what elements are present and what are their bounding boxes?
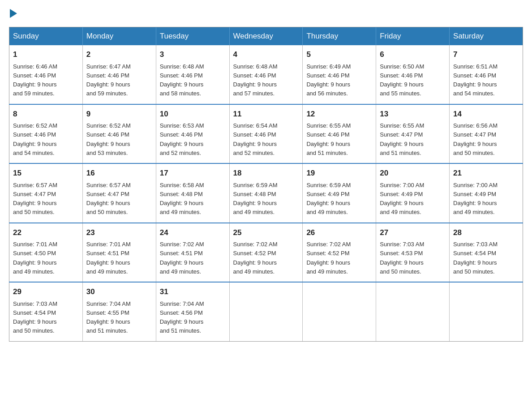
- weekday-header-tuesday: Tuesday: [156, 27, 229, 46]
- calendar-cell: [376, 282, 450, 341]
- day-number: 10: [160, 108, 226, 120]
- calendar-cell: 21Sunrise: 7:00 AMSunset: 4:49 PMDayligh…: [450, 163, 523, 223]
- day-number: 15: [13, 167, 79, 179]
- calendar-cell: 7Sunrise: 6:51 AMSunset: 4:46 PMDaylight…: [450, 45, 523, 104]
- calendar-cell: 30Sunrise: 7:04 AMSunset: 4:55 PMDayligh…: [82, 282, 156, 341]
- calendar-cell: 28Sunrise: 7:03 AMSunset: 4:54 PMDayligh…: [450, 223, 523, 283]
- day-info: Sunrise: 6:56 AMSunset: 4:47 PMDaylight:…: [453, 122, 498, 156]
- day-number: 13: [380, 108, 446, 120]
- calendar-cell: 27Sunrise: 7:03 AMSunset: 4:53 PMDayligh…: [376, 223, 450, 283]
- calendar-cell: [450, 282, 523, 341]
- day-info: Sunrise: 7:04 AMSunset: 4:56 PMDaylight:…: [160, 300, 204, 334]
- calendar-cell: 26Sunrise: 7:02 AMSunset: 4:52 PMDayligh…: [303, 223, 376, 283]
- day-info: Sunrise: 6:48 AMSunset: 4:46 PMDaylight:…: [233, 63, 278, 97]
- calendar-cell: 23Sunrise: 7:01 AMSunset: 4:51 PMDayligh…: [82, 223, 156, 283]
- weekday-header-monday: Monday: [82, 27, 156, 46]
- weekday-header-sunday: Sunday: [9, 27, 83, 46]
- logo-arrow-icon: [10, 9, 17, 18]
- calendar-cell: 5Sunrise: 6:49 AMSunset: 4:46 PMDaylight…: [303, 45, 376, 104]
- calendar-cell: 3Sunrise: 6:48 AMSunset: 4:46 PMDaylight…: [156, 45, 229, 104]
- day-number: 25: [233, 227, 299, 239]
- day-number: 27: [380, 227, 446, 239]
- day-number: 23: [86, 227, 152, 239]
- calendar-cell: 2Sunrise: 6:47 AMSunset: 4:46 PMDaylight…: [82, 45, 156, 104]
- calendar-cell: 15Sunrise: 6:57 AMSunset: 4:47 PMDayligh…: [9, 163, 83, 223]
- day-info: Sunrise: 6:54 AMSunset: 4:46 PMDaylight:…: [233, 122, 278, 156]
- day-number: 5: [306, 49, 372, 60]
- day-info: Sunrise: 6:52 AMSunset: 4:46 PMDaylight:…: [13, 122, 57, 156]
- day-number: 14: [453, 108, 519, 120]
- calendar-cell: 19Sunrise: 6:59 AMSunset: 4:49 PMDayligh…: [303, 163, 376, 223]
- calendar-week-row: 1Sunrise: 6:46 AMSunset: 4:46 PMDaylight…: [9, 45, 523, 104]
- calendar-cell: 14Sunrise: 6:56 AMSunset: 4:47 PMDayligh…: [450, 104, 523, 164]
- day-info: Sunrise: 6:48 AMSunset: 4:46 PMDaylight:…: [160, 63, 204, 97]
- day-number: 7: [453, 49, 519, 60]
- weekday-header-friday: Friday: [376, 27, 450, 46]
- day-info: Sunrise: 6:55 AMSunset: 4:46 PMDaylight:…: [306, 122, 351, 156]
- day-number: 22: [13, 227, 79, 239]
- day-info: Sunrise: 7:02 AMSunset: 4:52 PMDaylight:…: [306, 241, 351, 275]
- page-header: [9, 9, 523, 18]
- day-number: 29: [13, 286, 79, 298]
- calendar-cell: 9Sunrise: 6:52 AMSunset: 4:46 PMDaylight…: [82, 104, 156, 164]
- calendar-week-row: 29Sunrise: 7:03 AMSunset: 4:54 PMDayligh…: [9, 282, 523, 341]
- day-info: Sunrise: 7:03 AMSunset: 4:53 PMDaylight:…: [380, 241, 424, 275]
- calendar-cell: 10Sunrise: 6:53 AMSunset: 4:46 PMDayligh…: [156, 104, 229, 164]
- calendar-week-row: 15Sunrise: 6:57 AMSunset: 4:47 PMDayligh…: [9, 163, 523, 223]
- calendar-cell: 11Sunrise: 6:54 AMSunset: 4:46 PMDayligh…: [229, 104, 303, 164]
- day-info: Sunrise: 7:00 AMSunset: 4:49 PMDaylight:…: [453, 182, 498, 216]
- calendar-table: SundayMondayTuesdayWednesdayThursdayFrid…: [9, 27, 523, 342]
- calendar-cell: 16Sunrise: 6:57 AMSunset: 4:47 PMDayligh…: [82, 163, 156, 223]
- day-number: 8: [13, 108, 79, 120]
- day-number: 18: [233, 167, 299, 179]
- day-info: Sunrise: 6:58 AMSunset: 4:48 PMDaylight:…: [160, 182, 204, 216]
- day-number: 6: [380, 49, 446, 60]
- day-info: Sunrise: 6:55 AMSunset: 4:47 PMDaylight:…: [380, 122, 424, 156]
- day-info: Sunrise: 7:03 AMSunset: 4:54 PMDaylight:…: [13, 300, 57, 334]
- day-number: 21: [453, 167, 519, 179]
- day-info: Sunrise: 7:02 AMSunset: 4:51 PMDaylight:…: [160, 241, 204, 275]
- calendar-cell: 8Sunrise: 6:52 AMSunset: 4:46 PMDaylight…: [9, 104, 83, 164]
- calendar-cell: [229, 282, 303, 341]
- calendar-cell: 31Sunrise: 7:04 AMSunset: 4:56 PMDayligh…: [156, 282, 229, 341]
- day-info: Sunrise: 6:59 AMSunset: 4:49 PMDaylight:…: [306, 182, 351, 216]
- day-info: Sunrise: 7:02 AMSunset: 4:52 PMDaylight:…: [233, 241, 278, 275]
- day-info: Sunrise: 7:04 AMSunset: 4:55 PMDaylight:…: [86, 300, 131, 334]
- day-number: 9: [86, 108, 152, 120]
- calendar-cell: 6Sunrise: 6:50 AMSunset: 4:46 PMDaylight…: [376, 45, 450, 104]
- calendar-cell: 20Sunrise: 7:00 AMSunset: 4:49 PMDayligh…: [376, 163, 450, 223]
- day-info: Sunrise: 6:57 AMSunset: 4:47 PMDaylight:…: [86, 182, 131, 216]
- day-info: Sunrise: 7:01 AMSunset: 4:51 PMDaylight:…: [86, 241, 131, 275]
- weekday-header-saturday: Saturday: [450, 27, 523, 46]
- day-info: Sunrise: 6:50 AMSunset: 4:46 PMDaylight:…: [380, 63, 424, 97]
- day-number: 17: [160, 167, 226, 179]
- calendar-cell: 22Sunrise: 7:01 AMSunset: 4:50 PMDayligh…: [9, 223, 83, 283]
- day-number: 28: [453, 227, 519, 239]
- calendar-cell: 17Sunrise: 6:58 AMSunset: 4:48 PMDayligh…: [156, 163, 229, 223]
- calendar-cell: 1Sunrise: 6:46 AMSunset: 4:46 PMDaylight…: [9, 45, 83, 104]
- day-info: Sunrise: 6:47 AMSunset: 4:46 PMDaylight:…: [86, 63, 131, 97]
- day-info: Sunrise: 6:57 AMSunset: 4:47 PMDaylight:…: [13, 182, 57, 216]
- day-number: 2: [86, 49, 152, 60]
- calendar-week-row: 22Sunrise: 7:01 AMSunset: 4:50 PMDayligh…: [9, 223, 523, 283]
- day-number: 4: [233, 49, 299, 60]
- day-info: Sunrise: 7:03 AMSunset: 4:54 PMDaylight:…: [453, 241, 498, 275]
- day-info: Sunrise: 6:59 AMSunset: 4:48 PMDaylight:…: [233, 182, 278, 216]
- calendar-cell: 29Sunrise: 7:03 AMSunset: 4:54 PMDayligh…: [9, 282, 83, 341]
- day-number: 31: [160, 286, 226, 298]
- day-number: 11: [233, 108, 299, 120]
- day-number: 16: [86, 167, 152, 179]
- calendar-cell: 13Sunrise: 6:55 AMSunset: 4:47 PMDayligh…: [376, 104, 450, 164]
- calendar-cell: 12Sunrise: 6:55 AMSunset: 4:46 PMDayligh…: [303, 104, 376, 164]
- calendar-week-row: 8Sunrise: 6:52 AMSunset: 4:46 PMDaylight…: [9, 104, 523, 164]
- day-info: Sunrise: 7:00 AMSunset: 4:49 PMDaylight:…: [380, 182, 424, 216]
- calendar-cell: 25Sunrise: 7:02 AMSunset: 4:52 PMDayligh…: [229, 223, 303, 283]
- day-info: Sunrise: 6:49 AMSunset: 4:46 PMDaylight:…: [306, 63, 351, 97]
- day-info: Sunrise: 6:51 AMSunset: 4:46 PMDaylight:…: [453, 63, 498, 97]
- day-number: 12: [306, 108, 372, 120]
- day-info: Sunrise: 7:01 AMSunset: 4:50 PMDaylight:…: [13, 241, 57, 275]
- day-number: 1: [13, 49, 79, 60]
- logo-area: [9, 9, 18, 18]
- day-number: 26: [306, 227, 372, 239]
- weekday-header-wednesday: Wednesday: [229, 27, 303, 46]
